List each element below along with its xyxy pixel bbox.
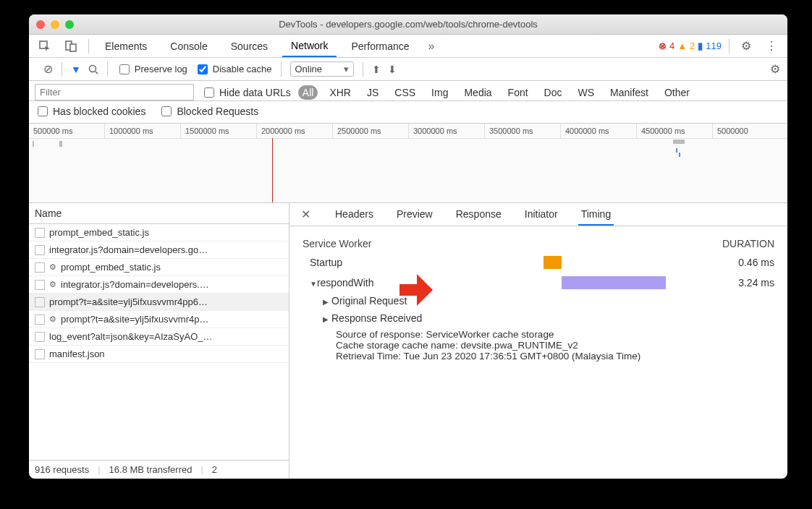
blocked-requests-checkbox[interactable]: Blocked Requests <box>158 104 258 119</box>
file-icon <box>35 297 45 307</box>
disable-cache-checkbox[interactable]: Disable cache <box>195 62 272 77</box>
timing-detail-line: Cache storage cache name: devsite.pwa_RU… <box>336 340 774 351</box>
preserve-log-label: Preserve log <box>135 64 187 74</box>
close-detail-icon[interactable]: ✕ <box>297 205 315 224</box>
request-row[interactable]: manifest.json <box>29 346 289 363</box>
hide-data-urls-checkbox[interactable]: Hide data URLs <box>201 85 291 100</box>
detail-tabs: ✕ HeadersPreviewResponseInitiatorTiming <box>289 203 787 226</box>
request-row[interactable]: ⚙integrator.js?domain=developers.… <box>29 276 289 294</box>
request-list: prompt_embed_static.jsintegrator.js?doma… <box>29 224 289 460</box>
timeline-overview[interactable]: 500000 ms1000000 ms1500000 ms2000000 ms2… <box>29 124 787 203</box>
filter-icon[interactable]: ▼ <box>71 64 81 75</box>
filter-type-img[interactable]: Img <box>427 85 452 100</box>
tab-network[interactable]: Network <box>282 35 337 57</box>
has-blocked-cookies-checkbox[interactable]: Has blocked cookies <box>35 104 145 119</box>
timeline-tick: 5000000 <box>713 124 787 138</box>
chevron-down-icon: ▾ <box>344 64 349 74</box>
upload-har-icon[interactable]: ⬆ <box>372 64 381 75</box>
device-toolbar-icon[interactable] <box>61 38 81 55</box>
timeline-tick: 4500000 ms <box>637 124 713 138</box>
throttling-select[interactable]: Online ▾ <box>290 61 355 77</box>
timing-row: ▼respondWith3.24 ms <box>303 273 774 293</box>
svg-rect-2 <box>70 44 76 51</box>
request-name: integrator.js?domain=developers.go… <box>49 244 208 255</box>
filter-type-all[interactable]: All <box>298 85 318 100</box>
svg-line-4 <box>96 72 98 74</box>
detail-panel: ✕ HeadersPreviewResponseInitiatorTiming … <box>289 203 787 479</box>
clear-icon[interactable]: ⊘ <box>43 62 53 76</box>
settings-icon[interactable]: ⚙ <box>737 36 756 56</box>
tab-performance[interactable]: Performance <box>342 36 418 56</box>
network-settings-icon[interactable]: ⚙ <box>770 62 780 76</box>
titlebar: DevTools - developers.google.com/web/too… <box>29 14 787 35</box>
console-badges[interactable]: ⊗4 ▲2 ▮119 <box>659 40 722 51</box>
timing-duration-header: DURATION <box>722 238 774 249</box>
preserve-log-checkbox[interactable]: Preserve log <box>117 62 187 77</box>
inspect-element-icon[interactable] <box>35 38 55 55</box>
blocked-requests-label: Blocked Requests <box>177 106 258 117</box>
more-tabs-icon[interactable]: » <box>424 37 439 56</box>
timeline-cursor[interactable] <box>272 138 273 202</box>
filter-type-manifest[interactable]: Manifest <box>606 85 653 100</box>
timeline-tick: 3500000 ms <box>485 124 561 138</box>
detail-tab-response[interactable]: Response <box>453 204 504 226</box>
timing-tree-item[interactable]: Original Request <box>323 293 774 310</box>
tab-elements[interactable]: Elements <box>96 36 156 56</box>
timing-duration: 3.24 ms <box>716 277 774 288</box>
request-name: prompt_embed_static.js <box>61 262 161 273</box>
search-icon[interactable] <box>88 64 98 74</box>
timing-row-label: Startup <box>303 257 418 268</box>
filter-type-other[interactable]: Other <box>660 85 694 100</box>
file-icon <box>35 262 45 273</box>
filter-type-doc[interactable]: Doc <box>540 85 567 100</box>
timing-tree-item[interactable]: Response Received <box>323 310 774 328</box>
filter-type-css[interactable]: CSS <box>390 85 420 100</box>
request-row[interactable]: ⚙prompt?t=a&site=ylj5ifxusvvmr4p… <box>29 311 289 328</box>
filter-input[interactable] <box>35 84 194 100</box>
detail-tab-timing[interactable]: Timing <box>578 204 614 226</box>
kebab-menu-icon[interactable]: ⋮ <box>761 36 782 56</box>
timeline-tick: 2000000 ms <box>257 124 333 138</box>
file-icon <box>35 245 45 255</box>
filter-type-ws[interactable]: WS <box>574 85 599 100</box>
tab-console[interactable]: Console <box>161 36 216 56</box>
timing-row-label: ▼respondWith <box>303 277 418 288</box>
footer-requests: 916 requests <box>35 464 89 475</box>
request-name: prompt?t=a&site=ylj5ifxusvvmr4pp6… <box>49 296 208 307</box>
devtools-window: DevTools - developers.google.com/web/too… <box>29 14 787 479</box>
request-row[interactable]: log_event?alt=json&key=AIzaSyAO_… <box>29 328 289 346</box>
gear-icon: ⚙ <box>49 280 56 289</box>
svg-point-3 <box>89 65 96 72</box>
timeline-tick: 500000 ms <box>29 124 105 138</box>
filter-type-font[interactable]: Font <box>504 85 533 100</box>
request-row[interactable]: ⚙prompt_embed_static.js <box>29 259 289 276</box>
warning-icon: ▲ <box>677 40 687 51</box>
file-icon <box>35 332 45 342</box>
timeline-tick: 1500000 ms <box>181 124 257 138</box>
error-icon: ⊗ <box>659 40 667 51</box>
request-row[interactable]: prompt?t=a&site=ylj5ifxusvvmr4pp6… <box>29 294 289 311</box>
tab-sources[interactable]: Sources <box>222 36 276 56</box>
footer-transferred: 16.8 MB transferred <box>109 464 193 475</box>
timing-bar <box>544 256 562 269</box>
message-count: 119 <box>706 40 722 51</box>
gear-icon: ⚙ <box>49 262 56 272</box>
detail-tab-headers[interactable]: Headers <box>332 204 376 226</box>
timing-bar <box>562 276 666 289</box>
filter-type-js[interactable]: JS <box>363 85 383 100</box>
filter-type-xhr[interactable]: XHR <box>325 85 355 100</box>
timing-duration: 0.46 ms <box>716 257 774 268</box>
filter-type-media[interactable]: Media <box>460 85 496 100</box>
request-list-header[interactable]: Name <box>29 203 289 224</box>
detail-tab-initiator[interactable]: Initiator <box>522 204 561 226</box>
request-row[interactable]: prompt_embed_static.js <box>29 224 289 241</box>
content-split: Name prompt_embed_static.jsintegrator.js… <box>29 203 787 479</box>
file-icon <box>35 280 45 290</box>
request-row[interactable]: integrator.js?domain=developers.go… <box>29 241 289 259</box>
timing-detail-line: Source of response: ServiceWorker cache … <box>336 329 774 340</box>
timeline-tick: 4000000 ms <box>561 124 637 138</box>
request-name: log_event?alt=json&key=AIzaSyAO_… <box>49 331 212 342</box>
detail-tab-preview[interactable]: Preview <box>394 204 436 226</box>
download-har-icon[interactable]: ⬇ <box>388 64 397 75</box>
window-title: DevTools - developers.google.com/web/too… <box>29 19 787 30</box>
